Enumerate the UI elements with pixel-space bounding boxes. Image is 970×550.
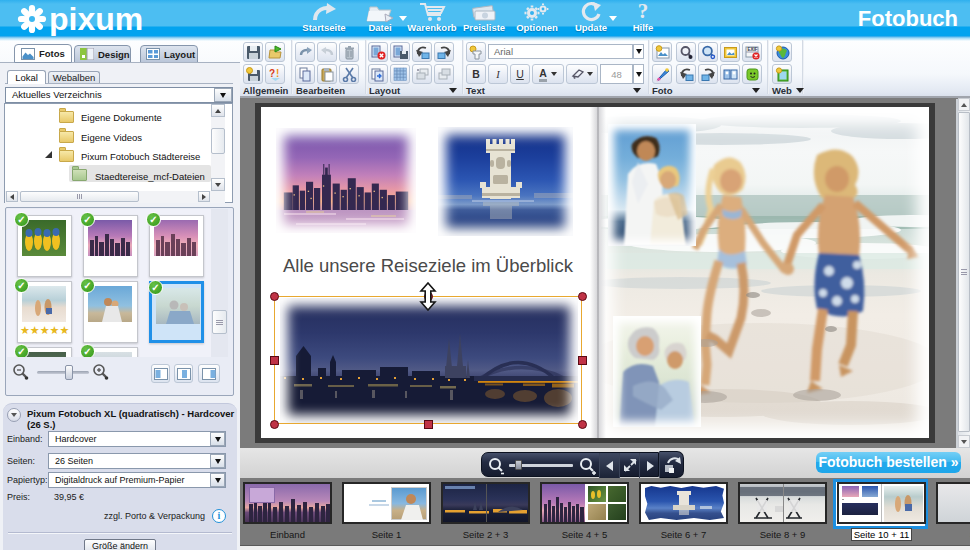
svg-text:EXIF: EXIF (747, 47, 757, 52)
svg-text:?: ? (269, 68, 275, 79)
svg-text:!: ! (276, 68, 279, 79)
